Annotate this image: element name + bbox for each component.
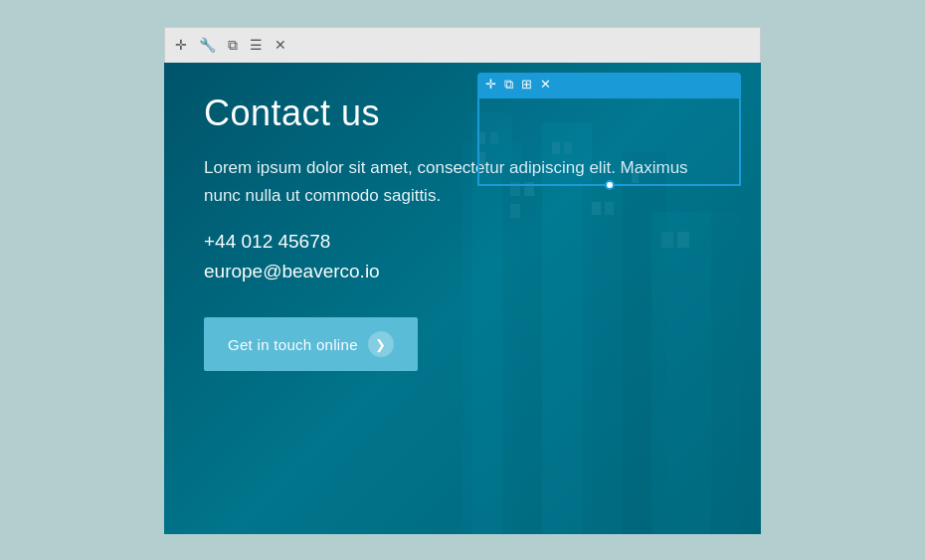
resize-handle[interactable] — [605, 180, 615, 190]
selected-box — [477, 96, 741, 186]
content-area: ✛ ⧉ ⊞ ✕ Contact us Lorem ipsum dolor sit… — [164, 63, 761, 534]
element-copy-icon[interactable]: ⧉ — [504, 77, 513, 93]
top-toolbar: ✛ 🔧 ⧉ ☰ ✕ — [164, 27, 761, 63]
cta-arrow-icon: ❯ — [375, 337, 386, 352]
editor-wrapper: ✛ 🔧 ⧉ ☰ ✕ — [164, 27, 761, 534]
cta-button[interactable]: Get in touch online ❯ — [204, 317, 418, 371]
phone-number: +44 012 45678 — [204, 231, 721, 253]
element-toolbar: ✛ ⧉ ⊞ ✕ — [477, 73, 741, 96]
element-close-icon[interactable]: ✕ — [540, 77, 551, 92]
email-address: europe@beaverco.io — [204, 261, 721, 282]
cta-button-label: Get in touch online — [228, 336, 358, 353]
wrench-icon[interactable]: 🔧 — [199, 37, 216, 53]
copy-icon[interactable]: ⧉ — [228, 37, 238, 54]
menu-icon[interactable]: ☰ — [250, 37, 263, 53]
move-icon[interactable]: ✛ — [175, 37, 187, 53]
close-icon[interactable]: ✕ — [275, 37, 286, 53]
element-columns-icon[interactable]: ⊞ — [521, 77, 532, 92]
selected-element[interactable]: ✛ ⧉ ⊞ ✕ — [477, 73, 741, 186]
cta-arrow-circle: ❯ — [368, 331, 394, 357]
element-move-icon[interactable]: ✛ — [485, 77, 496, 92]
